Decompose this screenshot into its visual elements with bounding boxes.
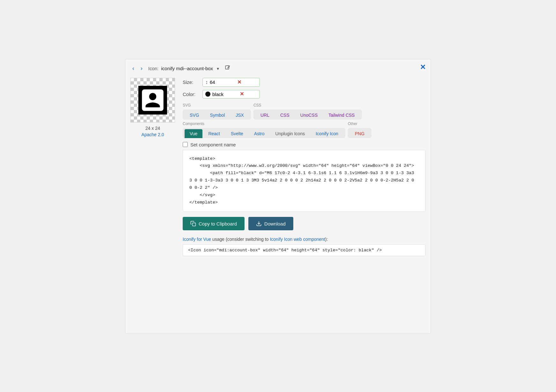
iconify-icon-component-link[interactable]: Iconify Icon web component	[270, 237, 325, 242]
code-block: <template> <svg xmlns="http://www.w3.org…	[183, 150, 426, 212]
size-input[interactable]	[210, 79, 235, 85]
css-group-label: CSS	[253, 103, 361, 109]
color-field-row: Color: ✕	[183, 90, 426, 99]
tab-png[interactable]: PNG	[350, 129, 369, 138]
size-label: Size:	[183, 79, 199, 85]
tab-url[interactable]: URL	[255, 111, 274, 120]
icon-size-label: 24 x 24	[145, 126, 160, 131]
other-group-label: Other	[348, 122, 371, 128]
tab-unplugin[interactable]: Unplugin Icons	[270, 129, 310, 138]
usage-code-block: <Icon icon="mdi:account-box" width="64" …	[183, 244, 426, 256]
usage-suffix: ):	[325, 237, 328, 242]
svg-group-label: SVG	[183, 103, 250, 109]
icon-license-link[interactable]: Apache 2.0	[142, 132, 164, 137]
close-button[interactable]: ✕	[420, 63, 426, 71]
header-row: ‹ › Icon: iconify mdi--account-box ▾ ✕	[130, 64, 426, 73]
color-clear-button[interactable]: ✕	[240, 92, 244, 97]
right-column: Size: ↕ ✕ Color: ✕	[183, 78, 426, 256]
resize-icon: ↕	[205, 79, 208, 85]
left-column: 24 x 24 Apache 2.0	[130, 78, 175, 256]
tab-unocss[interactable]: UnoCSS	[295, 111, 323, 120]
download-button[interactable]: Download	[248, 217, 293, 230]
tab-symbol[interactable]: Symbol	[205, 111, 230, 120]
main-panel: ‹ › Icon: iconify mdi--account-box ▾ ✕ 2…	[125, 59, 431, 333]
size-input-wrap: ↕ ✕	[202, 78, 260, 87]
tab-jsx[interactable]: JSX	[230, 111, 249, 120]
iconify-vue-link[interactable]: Iconify for Vue	[183, 237, 211, 242]
set-component-name-label: Set component name	[190, 142, 236, 147]
all-tabs-container: SVG SVG Symbol JSX CSS URL CSS U	[183, 103, 426, 138]
main-content: 24 x 24 Apache 2.0 Size: ↕ ✕ Color:	[130, 78, 426, 256]
color-input-wrap: ✕	[202, 90, 260, 99]
external-link-button[interactable]	[223, 64, 232, 73]
checkbox-row: Set component name	[183, 142, 426, 147]
size-clear-button[interactable]: ✕	[237, 80, 241, 85]
color-label: Color:	[183, 92, 199, 97]
set-component-name-checkbox[interactable]	[183, 142, 188, 147]
tab-svg[interactable]: SVG	[185, 111, 204, 120]
usage-middle-text: usage (consider switching to	[211, 237, 270, 242]
size-field-row: Size: ↕ ✕	[183, 78, 426, 87]
color-input[interactable]	[212, 92, 238, 97]
color-dot-icon	[205, 92, 210, 97]
copy-icon	[190, 221, 196, 226]
tab-iconify-icon[interactable]: Iconify Icon	[311, 129, 343, 138]
action-row: Copy to Clipboard Download	[183, 217, 426, 230]
copy-to-clipboard-button[interactable]: Copy to Clipboard	[183, 217, 245, 230]
icon-name: iconify mdi--account-box	[161, 66, 213, 71]
tab-vue[interactable]: Vue	[185, 129, 202, 138]
nav-next-button[interactable]: ›	[139, 64, 144, 72]
nav-prev-button[interactable]: ‹	[130, 64, 136, 72]
icon-preview	[130, 78, 175, 122]
download-button-label: Download	[264, 221, 286, 226]
tab-css[interactable]: CSS	[275, 111, 295, 120]
tab-tailwind[interactable]: Tailwind CSS	[323, 111, 360, 120]
tab-react[interactable]: React	[203, 129, 225, 138]
copy-button-label: Copy to Clipboard	[199, 221, 237, 226]
icon-label: Icon:	[148, 66, 159, 71]
download-icon	[256, 221, 262, 226]
tab-astro[interactable]: Astro	[249, 129, 270, 138]
icon-name-dropdown-button[interactable]: ▾	[216, 65, 220, 72]
components-group-label: Components	[183, 122, 345, 128]
tab-svelte[interactable]: Svelte	[226, 129, 248, 138]
usage-text: Iconify for Vue usage (consider switchin…	[183, 237, 426, 242]
svg-rect-2	[193, 223, 196, 226]
